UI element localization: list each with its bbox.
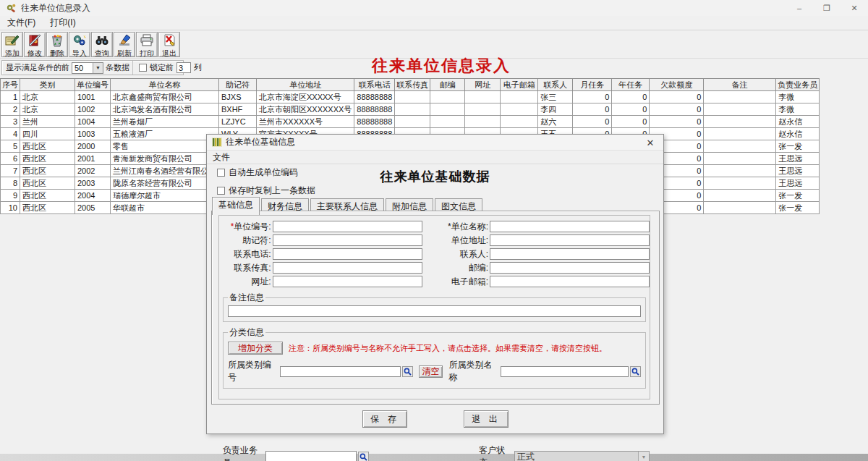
table-cell[interactable]: 赵永信 (776, 116, 820, 128)
table-cell[interactable] (501, 103, 538, 116)
table-cell[interactable] (704, 153, 776, 165)
table-cell[interactable]: 张一发 (776, 202, 820, 214)
table-cell[interactable]: 赵永信 (776, 128, 820, 140)
table-cell[interactable]: 北京鑫盛商贸有限公司 (111, 91, 219, 103)
table-cell[interactable] (395, 116, 430, 128)
table-cell[interactable]: 0 (573, 103, 612, 116)
table-cell[interactable]: LZJYC (219, 116, 257, 128)
maximize-icon[interactable]: ❐ (813, 0, 841, 16)
table-cell[interactable] (395, 91, 430, 103)
table-cell[interactable]: 西北区 (20, 153, 75, 165)
table-cell[interactable] (465, 91, 501, 103)
table-cell[interactable]: 0 (650, 103, 704, 116)
table-row[interactable]: 1北京1001北京鑫盛商贸有限公司BJXS北京市海淀区XXXXX号8888888… (1, 91, 820, 103)
table-cell[interactable]: 88888888 (354, 116, 395, 128)
table-cell[interactable] (501, 116, 538, 128)
table-cell[interactable]: 华联超市 (111, 202, 219, 214)
table-cell[interactable] (430, 91, 465, 103)
table-cell[interactable] (704, 140, 776, 153)
dialog-menu-file[interactable]: 文件 (207, 151, 236, 164)
table-cell[interactable]: 王思远 (776, 165, 820, 177)
table-cell[interactable]: 2002 (75, 165, 111, 177)
table-cell[interactable]: 北京鸿发名酒有限公司 (111, 103, 219, 116)
chevron-down-icon[interactable]: ▼ (93, 63, 103, 73)
edit-button[interactable]: $修改 (24, 32, 46, 57)
table-cell[interactable]: 王思远 (776, 153, 820, 165)
salesman-search-icon[interactable] (358, 452, 368, 461)
table-cell[interactable]: 9 (1, 190, 20, 202)
table-cell[interactable] (465, 116, 501, 128)
table-cell[interactable]: 2001 (75, 153, 111, 165)
exit-button[interactable]: 退 出 (464, 410, 509, 428)
add-button[interactable]: 添加 (1, 32, 23, 57)
table-cell[interactable] (704, 91, 776, 103)
dialog-close-icon[interactable]: ✕ (642, 135, 659, 151)
category-code-input[interactable] (280, 366, 401, 377)
field-input[interactable] (273, 276, 422, 287)
table-cell[interactable]: 西北区 (20, 165, 75, 177)
table-cell[interactable]: 4 (1, 128, 20, 140)
remark-input[interactable] (228, 305, 641, 317)
table-cell[interactable] (704, 190, 776, 202)
field-input[interactable] (490, 234, 650, 246)
table-cell[interactable]: 兰州市XXXXXX号 (257, 116, 354, 128)
field-input[interactable] (490, 262, 650, 274)
copy-last-checkbox[interactable] (217, 187, 225, 195)
table-cell[interactable]: 北京市朝阳区XXXXXXX号 (257, 103, 354, 116)
table-cell[interactable]: 北京 (20, 103, 75, 116)
table-cell[interactable]: 0 (573, 116, 612, 128)
table-cell[interactable]: 李四 (538, 103, 573, 116)
table-cell[interactable]: 0 (650, 116, 704, 128)
table-cell[interactable]: 0 (612, 103, 650, 116)
menu-file[interactable]: 文件(F) (0, 15, 43, 30)
table-cell[interactable]: 西北区 (20, 140, 75, 153)
table-cell[interactable]: 1003 (75, 128, 111, 140)
table-cell[interactable]: 10 (1, 202, 20, 214)
table-cell[interactable]: 0 (612, 91, 650, 103)
query-button[interactable]: 查询 (91, 32, 113, 57)
field-input[interactable] (273, 221, 422, 232)
table-cell[interactable]: 青海新发商贸有限公司 (111, 153, 219, 165)
table-cell[interactable]: 0 (573, 91, 612, 103)
table-cell[interactable]: 2000 (75, 140, 111, 153)
table-row[interactable]: 3兰州1004兰州卷烟厂LZJYC兰州市XXXXXX号88888888赵六000… (1, 116, 820, 128)
table-cell[interactable] (465, 103, 501, 116)
table-cell[interactable]: 李微 (776, 91, 820, 103)
field-input[interactable] (273, 262, 422, 274)
table-cell[interactable]: 西北区 (20, 202, 75, 214)
table-cell[interactable]: BJXS (219, 91, 257, 103)
row-count-combobox[interactable]: 50 ▼ (72, 62, 103, 74)
category-name-input[interactable] (501, 366, 629, 377)
print-button[interactable]: 打印 (136, 32, 158, 57)
table-cell[interactable]: 兰州卷烟厂 (111, 116, 219, 128)
table-cell[interactable] (430, 116, 465, 128)
lock-columns-checkbox[interactable] (139, 64, 147, 72)
save-button[interactable]: 保 存 (362, 410, 407, 428)
refresh-button[interactable]: 刷新 (114, 32, 135, 57)
table-cell[interactable]: 1002 (75, 103, 111, 116)
add-category-button[interactable]: 增加分类 (228, 342, 283, 355)
field-input[interactable] (490, 276, 650, 287)
table-row[interactable]: 2北京1002北京鸿发名酒有限公司BXHF北京市朝阳区XXXXXXX号88888… (1, 103, 820, 116)
table-cell[interactable]: 李微 (776, 103, 820, 116)
table-cell[interactable]: 1 (1, 91, 20, 103)
table-cell[interactable]: 88888888 (354, 91, 395, 103)
table-cell[interactable]: 0 (650, 91, 704, 103)
table-cell[interactable]: 张三 (538, 91, 573, 103)
table-cell[interactable]: 北京 (20, 91, 75, 103)
table-cell[interactable]: 张一发 (776, 140, 820, 153)
field-input[interactable] (490, 248, 650, 260)
table-cell[interactable]: 张一发 (776, 190, 820, 202)
table-cell[interactable]: 1004 (75, 116, 111, 128)
field-input[interactable] (490, 221, 650, 232)
tab-基础信息[interactable]: 基础信息 (212, 197, 260, 215)
table-cell[interactable]: 瑞德摩尔超市 (111, 190, 219, 202)
exit-button[interactable]: 退出 (158, 32, 180, 57)
category-code-search-icon[interactable] (402, 366, 413, 377)
table-cell[interactable]: 王思远 (776, 177, 820, 190)
table-cell[interactable]: 2005 (75, 202, 111, 214)
lock-columns-input[interactable]: 3 (176, 62, 191, 73)
table-cell[interactable]: 0 (612, 116, 650, 128)
category-name-search-icon[interactable] (630, 366, 641, 377)
table-cell[interactable]: 2003 (75, 177, 111, 190)
